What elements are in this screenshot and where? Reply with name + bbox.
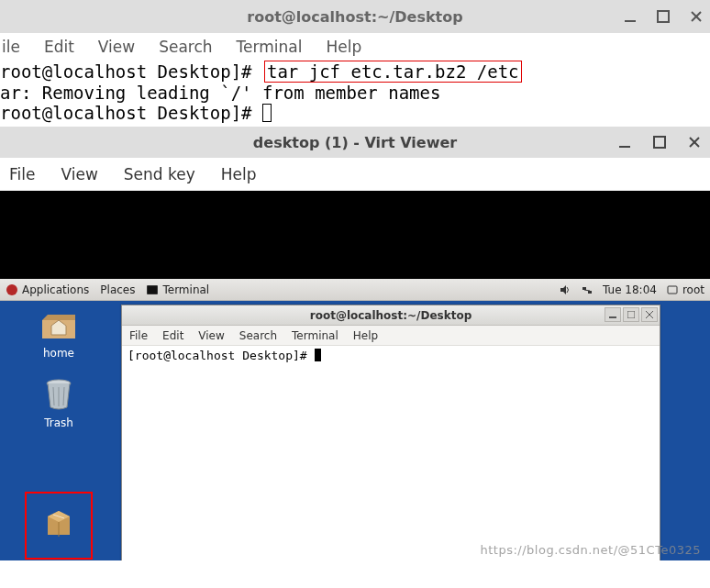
panel-places-label: Places: [100, 283, 135, 296]
virt-viewer-window: desktop (1) - Virt Viewer File View Send…: [0, 127, 710, 560]
desktop-icon-archive[interactable]: [26, 493, 92, 559]
maximize-icon[interactable]: [623, 307, 639, 322]
volume-icon: [559, 283, 571, 296]
terminal-window-2[interactable]: root@localhost:~/Desktop File Edit View …: [121, 305, 660, 560]
svg-rect-20: [609, 316, 616, 318]
desktop-icon-home-label: home: [26, 347, 92, 360]
terminal1-prompt1: root@localhost Desktop]#: [0, 61, 262, 82]
desktop-icon-home[interactable]: home: [26, 306, 92, 360]
highlighted-command: tar jcf etc.tar.bz2 /etc: [264, 61, 522, 83]
term2-menu-help[interactable]: Help: [353, 329, 378, 342]
close-icon[interactable]: [688, 136, 701, 149]
panel-network[interactable]: [581, 283, 594, 296]
svg-rect-5: [654, 137, 665, 148]
cursor-icon: [315, 349, 321, 361]
svg-rect-4: [619, 146, 630, 148]
menu-terminal[interactable]: Terminal: [237, 38, 303, 56]
terminal1-titlebar: root@localhost:~/Desktop: [0, 0, 710, 33]
svg-rect-10: [148, 286, 157, 294]
virt-menu-help[interactable]: Help: [221, 165, 257, 183]
svg-point-8: [6, 284, 17, 295]
virt-title: desktop (1) - Virt Viewer: [0, 134, 710, 151]
svg-line-14: [584, 290, 590, 291]
maximize-icon[interactable]: [653, 136, 666, 149]
menu-edit[interactable]: Edit: [44, 38, 74, 56]
virt-menubar: File View Send key Help: [0, 158, 710, 191]
terminal1-line-3: root@localhost Desktop]#: [0, 103, 710, 123]
panel-terminal-label: Terminal: [162, 283, 209, 296]
term2-menu-view[interactable]: View: [198, 329, 224, 342]
virt-menu-sendkey[interactable]: Send key: [124, 165, 195, 183]
terminal1-window-controls: [624, 0, 703, 33]
close-icon[interactable]: [690, 10, 703, 23]
terminal2-prompt: [root@localhost Desktop]#: [128, 349, 315, 362]
svg-rect-21: [627, 311, 635, 318]
cursor-icon: [262, 104, 272, 122]
svg-marker-11: [560, 285, 566, 294]
terminal1-line-1: root@localhost Desktop]# tar jcf etc.tar…: [0, 61, 710, 83]
svg-rect-13: [588, 291, 592, 294]
virt-menu-view[interactable]: View: [61, 165, 97, 183]
menu-help[interactable]: Help: [326, 38, 361, 56]
term2-menu-search[interactable]: Search: [239, 329, 277, 342]
network-icon: [581, 283, 594, 296]
terminal1-title: root@localhost:~/Desktop: [0, 8, 710, 26]
guest-panel: Applications Places Terminal Tue 18:04 r…: [0, 279, 710, 301]
svg-rect-1: [658, 11, 669, 22]
terminal1-menubar: ile Edit View Search Terminal Help: [0, 33, 710, 61]
folder-home-icon: [39, 306, 79, 343]
panel-applications-label: Applications: [22, 283, 89, 296]
menu-file[interactable]: ile: [2, 38, 20, 56]
terminal2-title: root@localhost:~/Desktop: [122, 309, 660, 322]
terminal-window-1: root@localhost:~/Desktop ile Edit View S…: [0, 0, 710, 127]
menu-search[interactable]: Search: [159, 38, 212, 56]
menu-view[interactable]: View: [98, 38, 135, 56]
maximize-icon[interactable]: [657, 10, 670, 23]
panel-user[interactable]: root: [666, 283, 704, 296]
user-icon: [666, 283, 679, 296]
panel-volume[interactable]: [559, 283, 571, 296]
close-icon[interactable]: [641, 307, 658, 322]
terminal2-body[interactable]: [root@localhost Desktop]#: [122, 346, 660, 365]
term2-menu-edit[interactable]: Edit: [162, 329, 183, 342]
panel-terminal-launcher[interactable]: Terminal: [146, 283, 209, 296]
svg-rect-15: [668, 286, 677, 294]
trash-icon: [39, 376, 79, 413]
panel-places[interactable]: Places: [100, 283, 135, 296]
minimize-icon[interactable]: [618, 136, 631, 149]
svg-rect-0: [625, 20, 636, 22]
virt-window-controls: [618, 127, 701, 158]
guest-display[interactable]: Applications Places Terminal Tue 18:04 r…: [0, 191, 710, 560]
guest-desktop[interactable]: home Trash root@localhost:~/Desktop: [0, 301, 710, 560]
terminal1-line-2: ar: Removing leading `/' from member nam…: [0, 83, 710, 103]
minimize-icon[interactable]: [605, 307, 621, 322]
virt-titlebar: desktop (1) - Virt Viewer: [0, 127, 710, 158]
panel-clock-label: Tue 18:04: [603, 283, 657, 296]
terminal1-body[interactable]: root@localhost Desktop]# tar jcf etc.tar…: [0, 61, 710, 127]
term2-menu-file[interactable]: File: [129, 329, 148, 342]
panel-user-label: root: [682, 283, 704, 296]
terminal1-prompt2: root@localhost Desktop]#: [0, 103, 262, 123]
desktop-icon-trash-label: Trash: [26, 416, 92, 429]
panel-clock[interactable]: Tue 18:04: [603, 283, 657, 296]
term2-menu-terminal[interactable]: Terminal: [292, 329, 338, 342]
terminal2-titlebar: root@localhost:~/Desktop: [122, 305, 660, 326]
minimize-icon[interactable]: [624, 10, 637, 23]
desktop-icon-trash[interactable]: Trash: [26, 376, 92, 429]
terminal2-window-controls: [605, 307, 658, 322]
terminal2-line-1: [root@localhost Desktop]#: [128, 348, 654, 363]
svg-rect-12: [582, 287, 586, 290]
terminal2-menubar: File Edit View Search Terminal Help: [122, 326, 660, 346]
fedora-icon: [6, 283, 18, 296]
terminal-icon: [146, 283, 159, 296]
guest-black-area: [0, 191, 710, 279]
virt-menu-file[interactable]: File: [9, 165, 35, 183]
panel-applications[interactable]: Applications: [6, 283, 89, 296]
archive-icon: [39, 505, 79, 542]
